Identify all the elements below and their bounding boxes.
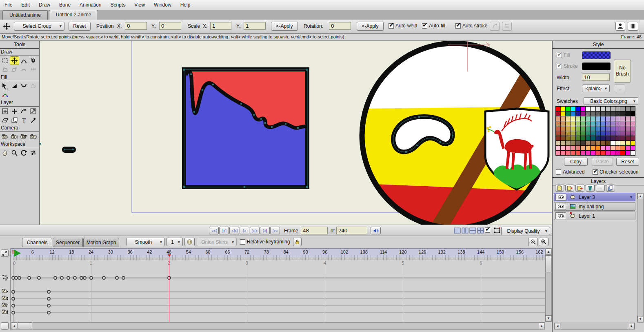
swatch-r8-c3[interactable] — [571, 146, 575, 150]
swatch-r5-c9[interactable] — [601, 131, 605, 136]
swatch-r3-c5[interactable] — [581, 121, 585, 126]
flip-points-v-button[interactable] — [502, 22, 512, 31]
play-button[interactable]: ▷ — [240, 227, 249, 234]
tool-stack[interactable] — [10, 116, 19, 125]
swatch-r2-c0[interactable] — [556, 116, 560, 121]
swatch-r2-c14[interactable] — [626, 116, 630, 121]
tool-move-cross[interactable] — [10, 56, 19, 65]
swatch-r9-c2[interactable] — [566, 151, 570, 155]
scroll-down-icon[interactable]: ▼ — [546, 315, 551, 321]
delete-layer-button[interactable] — [586, 185, 595, 192]
swatch-r4-c12[interactable] — [615, 126, 620, 131]
timeline-vscrollbar[interactable]: ▲ ▼ — [545, 248, 552, 322]
swatch-r8-c14[interactable] — [626, 146, 630, 150]
swatch-r7-c9[interactable] — [601, 141, 605, 145]
swatch-r2-c8[interactable] — [596, 116, 600, 121]
tool-camera-plus[interactable] — [0, 132, 10, 141]
swatch-r9-c0[interactable] — [556, 151, 560, 155]
tool-arc-tool[interactable] — [19, 56, 29, 65]
swatch-r6-c12[interactable] — [615, 136, 620, 140]
swatch-r0-c0[interactable] — [556, 107, 560, 111]
checker-selection-checkbox[interactable]: ✔Checker selection — [593, 169, 638, 175]
scale-x-field[interactable] — [210, 22, 231, 30]
swatch-r9-c1[interactable] — [561, 151, 565, 155]
swatch-r6-c0[interactable] — [556, 136, 560, 140]
fill-checkbox[interactable]: ✔Fill — [557, 52, 570, 58]
flip-points-h-button[interactable] — [490, 22, 500, 31]
tool-poly-gray[interactable] — [0, 65, 10, 74]
swatch-r4-c13[interactable] — [620, 126, 625, 131]
swatch-r6-c9[interactable] — [601, 136, 605, 140]
swatch-r7-c5[interactable] — [581, 141, 585, 145]
tool-camera-rotate[interactable] — [19, 132, 29, 141]
tool-curve-points[interactable] — [0, 91, 10, 99]
menu-file[interactable]: File — [0, 0, 17, 10]
menu-edit[interactable]: Edit — [17, 0, 34, 10]
visibility-eyes-icon[interactable] — [555, 203, 566, 210]
layer-row-layer-1[interactable]: Layer 1 — [554, 212, 635, 220]
swatch-r6-c1[interactable] — [561, 136, 565, 140]
keyframe-points-f28[interactable] — [102, 276, 106, 280]
swatch-r5-c11[interactable] — [611, 131, 615, 136]
tool-select-shape[interactable] — [0, 82, 10, 90]
advanced-checkbox[interactable]: Advanced — [556, 169, 584, 175]
swatch-r8-c7[interactable] — [591, 146, 595, 150]
swatch-r7-c4[interactable] — [576, 141, 580, 145]
stroke-color-swatch[interactable] — [582, 62, 611, 70]
apply-rotation-button[interactable]: <-Apply — [357, 22, 384, 31]
swatch-r0-c4[interactable] — [576, 107, 580, 111]
width-field[interactable] — [582, 74, 610, 81]
pose-tool-button[interactable] — [615, 22, 625, 31]
menu-animation[interactable]: Animation — [75, 0, 106, 10]
tool-rotate-arc[interactable] — [19, 107, 29, 116]
swatch-r9-c5[interactable] — [581, 151, 585, 155]
swatch-r4-c7[interactable] — [591, 126, 595, 131]
view-single-button[interactable] — [454, 227, 461, 234]
swatch-r4-c3[interactable] — [571, 126, 575, 131]
scroll-down-icon[interactable]: ▼ — [637, 316, 643, 322]
swatch-r5-c13[interactable] — [620, 131, 625, 136]
swatch-r5-c14[interactable] — [626, 131, 630, 136]
swatch-r1-c13[interactable] — [620, 111, 625, 116]
swatch-r7-c14[interactable] — [626, 141, 630, 145]
keyframe-points-f17[interactable] — [67, 276, 70, 280]
copy-button[interactable]: Copy — [564, 158, 588, 166]
keyframe-points-f2[interactable] — [18, 276, 21, 280]
step-back-button[interactable]: ◁◁ — [229, 227, 239, 234]
tool-shape-arrow-gray[interactable] — [10, 65, 19, 74]
swatch-r1-c15[interactable] — [631, 111, 635, 116]
swatch-r1-c3[interactable] — [571, 111, 575, 116]
swatch-r1-c9[interactable] — [601, 111, 605, 116]
stripes-button[interactable] — [628, 22, 638, 31]
keyframe-points-f32[interactable] — [115, 276, 119, 280]
swatch-r8-c12[interactable] — [615, 146, 620, 150]
swatch-r0-c7[interactable] — [591, 107, 595, 111]
swatch-r9-c7[interactable] — [591, 151, 595, 155]
keyframe-points-f34[interactable] — [122, 276, 125, 280]
swatch-r1-c12[interactable] — [615, 111, 620, 116]
swatch-r1-c8[interactable] — [596, 111, 600, 116]
keyframe-camera-rotate-f11[interactable] — [47, 304, 51, 307]
swatch-r2-c10[interactable] — [606, 116, 610, 121]
swatch-r0-c5[interactable] — [581, 107, 585, 111]
swatch-r4-c9[interactable] — [601, 126, 605, 131]
auto-weld-checkbox[interactable]: ✔Auto-weld — [389, 23, 417, 29]
swatch-r3-c15[interactable] — [631, 121, 635, 126]
reset-button[interactable]: Reset — [69, 22, 91, 31]
swatch-r8-c15[interactable] — [631, 146, 635, 150]
scroll-left-icon[interactable]: ◄ — [555, 323, 560, 329]
swatch-r6-c2[interactable] — [566, 136, 570, 140]
swatch-r7-c6[interactable] — [586, 141, 590, 145]
layer-row-my-ball-png[interactable]: my ball.png — [554, 202, 635, 211]
total-frames-field[interactable] — [336, 227, 367, 234]
keyframe-camera-updown-f11[interactable] — [47, 297, 51, 301]
swatch-r3-c10[interactable] — [606, 121, 610, 126]
tool-hash-gray[interactable] — [29, 65, 38, 74]
position-x-field[interactable] — [125, 22, 147, 30]
swatch-r8-c5[interactable] — [581, 146, 585, 150]
scale-y-field[interactable] — [244, 22, 266, 30]
swatch-r9-c13[interactable] — [620, 151, 625, 155]
tool-magnet[interactable] — [29, 56, 38, 65]
swatch-r8-c8[interactable] — [596, 146, 600, 150]
swatch-r6-c4[interactable] — [576, 136, 580, 140]
